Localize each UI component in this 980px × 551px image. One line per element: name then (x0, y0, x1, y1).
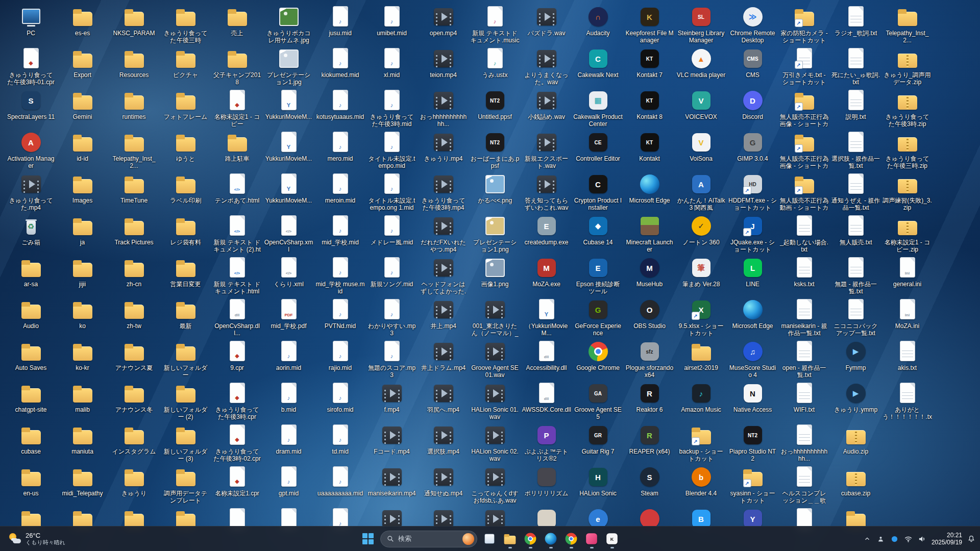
desktop-icon[interactable]: Telepathy_Inst_2... (881, 3, 933, 45)
desktop-icon[interactable]: KTKontakt 7 (624, 45, 675, 87)
desktop-icon[interactable]: SLSteinberg Library Manager (675, 3, 727, 45)
desktop-icon[interactable]: 筆筆まめ Ver.28 (675, 254, 727, 296)
desktop-icon[interactable]: maniuta (57, 421, 108, 463)
desktop-icon[interactable]: Google Chrome (572, 338, 624, 380)
desktop-icon[interactable]: GRGuitar Rig 7 (572, 421, 624, 463)
desktop-icon[interactable]: Images (57, 170, 108, 212)
desktop-icon[interactable]: f.mp4 (366, 380, 418, 421)
desktop-icon[interactable]: ◆きゅうり食ってた午後3時-01.cpr (5, 45, 57, 87)
desktop-icon[interactable]: CMSCMS (727, 45, 778, 87)
desktop-icon[interactable]: Resources (108, 45, 160, 87)
desktop-icon[interactable]: Telepathy_Inst_2... (108, 129, 160, 170)
desktop-icon[interactable]: よりうまくなった。wav (521, 45, 572, 87)
desktop-icon[interactable]: YYukkuriMovieM... (263, 170, 314, 212)
desktop-icon[interactable]: DDiscord (727, 87, 778, 129)
desktop-icon[interactable]: ♪タイトル未設定.tempo.ong 1.mid (366, 170, 418, 212)
desktop-icon[interactable]: 路上駐車 (211, 129, 263, 170)
desktop-icon[interactable]: iniMoZA.ini (881, 296, 933, 338)
desktop-icon[interactable]: midi_Telepathy (57, 463, 108, 505)
desktop-icon[interactable]: YYukkuriMovieM... (263, 87, 314, 129)
desktop-icon[interactable]: MMuseHub (624, 254, 675, 296)
desktop-icon[interactable]: ≫Chrome Remote Desktop (727, 3, 778, 45)
desktop-icon[interactable]: backup - ショートカット (675, 421, 727, 463)
desktop-icon[interactable]: 答え知ってもらずいわこれ.wav (521, 170, 572, 212)
desktop-icon[interactable]: inigeneral.ini (881, 254, 933, 296)
desktop-icon[interactable]: VVOICEVOX (675, 87, 727, 129)
desktop-icon[interactable]: JJQuake.exe - ショートカット (727, 212, 778, 254)
desktop-icon[interactable]: Microsoft Edge (624, 170, 675, 212)
desktop-icon[interactable]: ♪新規ソング.mid (366, 254, 418, 296)
desktop-icon[interactable]: きゅうり食ってた午後三時.zip (881, 129, 933, 170)
desktop-icon[interactable]: おっhhhhhhhhhhhh... (418, 87, 469, 129)
desktop-icon[interactable]: ポリリリリズム (521, 463, 572, 505)
desktop-icon[interactable]: ◆きゅうり食ってた午後3時.cpr (211, 380, 263, 421)
desktop-icon[interactable]: だれだFXいれたやつ.mp4 (418, 212, 469, 254)
desktop-icon[interactable]: ヘッドフォンはずしてよかった.mp4 (418, 254, 469, 296)
desktop-icon[interactable]: 無人販売不正行為画像 - ショートカット (778, 129, 830, 170)
desktop-icon[interactable]: ♪kiokumed.mid (314, 45, 366, 87)
desktop-icon[interactable]: 父子キャンプ2018 (211, 45, 263, 87)
desktop-icon[interactable]: 選択肢 - 親作品一覧.txt (830, 129, 881, 170)
desktop-icon[interactable]: ♪mid_学校 muse.mid (314, 254, 366, 296)
desktop-icon[interactable]: 名称未設定1 - コピー.zip (881, 212, 933, 254)
desktop-icon[interactable]: Gemini (57, 87, 108, 129)
desktop-icon[interactable]: ♪rajio.mid (314, 338, 366, 380)
desktop-icon[interactable]: インスタグラム (108, 421, 160, 463)
desktop-icon[interactable]: SSteam (624, 463, 675, 505)
desktop-icon[interactable]: </>くらり.xml (263, 254, 314, 296)
desktop-icon[interactable]: ニコニコバックアップ一覧.txt (830, 296, 881, 338)
volume-icon[interactable] (918, 534, 927, 543)
desktop-icon[interactable]: RREAPER (x64) (624, 421, 675, 463)
taskbar-widgets-window-button[interactable] (479, 528, 500, 550)
desktop-icon[interactable]: VVoiSona (675, 129, 727, 170)
desktop-icon[interactable]: 無題 - 親作品一覧.txt (830, 254, 881, 296)
desktop-icon[interactable]: PC (5, 3, 57, 45)
desktop-icon[interactable]: ♪b.mid (263, 380, 314, 421)
desktop-icon[interactable]: かるべ<.png (469, 170, 521, 212)
desktop-icon[interactable]: ♪うみ.ustx (469, 45, 521, 87)
desktop-icon[interactable]: ◆Cubase 14 (572, 212, 624, 254)
desktop-icon[interactable]: Microsoft Edge (727, 296, 778, 338)
desktop-icon[interactable]: PDFmid_学校.pdf (263, 296, 314, 338)
desktop-icon[interactable]: 無人販売.txt (830, 212, 881, 254)
start-button[interactable] (358, 528, 378, 550)
search-input[interactable]: 検索 (380, 531, 477, 547)
desktop-icon[interactable]: Pぷよぷよ™テトリス®2 (521, 421, 572, 463)
desktop-icon[interactable]: malib (57, 380, 108, 421)
desktop-icon[interactable]: ◆名称未設定1 - コピー (211, 87, 263, 129)
desktop-icon[interactable]: きゅうり (108, 463, 160, 505)
desktop-icon[interactable]: </>新規 テキスト ドキュメント (2).html (211, 212, 263, 254)
desktop-icon[interactable]: dllOpenCvSharp.dll... (211, 296, 263, 338)
taskbar-file-explorer-button[interactable] (500, 528, 520, 550)
desktop-icon[interactable]: _起動しない場合.txt (778, 212, 830, 254)
tray-blue-app-icon[interactable] (890, 534, 899, 543)
desktop-icon[interactable]: 羽尻へ.mp4 (418, 380, 469, 421)
desktop-icon[interactable]: open.mp4 (418, 3, 469, 45)
desktop-icon[interactable]: ♪タイトル未設定.tempo.mid (366, 129, 418, 170)
desktop-icon[interactable]: Aかんたん！AITalk 3 関西風 (675, 170, 727, 212)
desktop-icon[interactable]: </>新規 テキスト ドキュメント.html (211, 254, 263, 296)
desktop-icon[interactable]: ◆きゅうり食ってた午後3時-02.cpr (211, 421, 263, 463)
desktop-icon[interactable]: </>テンポあて.html (211, 170, 263, 212)
desktop-icon[interactable]: Groove Agent SE 01.wav (469, 338, 521, 380)
desktop-icon[interactable]: ♪mero.mid (314, 129, 366, 170)
desktop-icon[interactable]: ♪きゅうり食ってた午後3時.mid (366, 87, 418, 129)
desktop-icon[interactable]: ja (57, 212, 108, 254)
desktop-icon[interactable]: パズドラ.wav (521, 3, 572, 45)
taskbar-music-app-button[interactable] (581, 528, 602, 550)
desktop-icon[interactable]: プレゼンテーション1.png (469, 212, 521, 254)
desktop-icon[interactable]: ksks.txt (778, 254, 830, 296)
desktop-icon[interactable]: 売上 (211, 3, 263, 45)
desktop-icon[interactable]: ▶きゅうり.ymmp (830, 380, 881, 421)
taskbar-kontakt-button[interactable]: K (602, 528, 622, 550)
desktop-icon[interactable]: こってゅんくdすおfdsbふあ.wav (469, 463, 521, 505)
desktop-icon[interactable]: プレゼンテーション1.jpg (263, 45, 314, 87)
desktop-icon[interactable]: ♪xl.mid (366, 45, 418, 87)
desktop-icon[interactable]: ♪sirofo.mid (314, 380, 366, 421)
desktop-icon[interactable]: きゅうり_調声用データ.zip (881, 45, 933, 87)
desktop-icon[interactable]: ar-sa (5, 254, 57, 296)
desktop-icon[interactable]: AActivation Manager (5, 129, 57, 170)
desktop-icon[interactable]: akis.txt (881, 338, 933, 380)
desktop-icon[interactable]: TimeTune (108, 170, 160, 212)
desktop-icon[interactable]: Audio (5, 296, 57, 338)
